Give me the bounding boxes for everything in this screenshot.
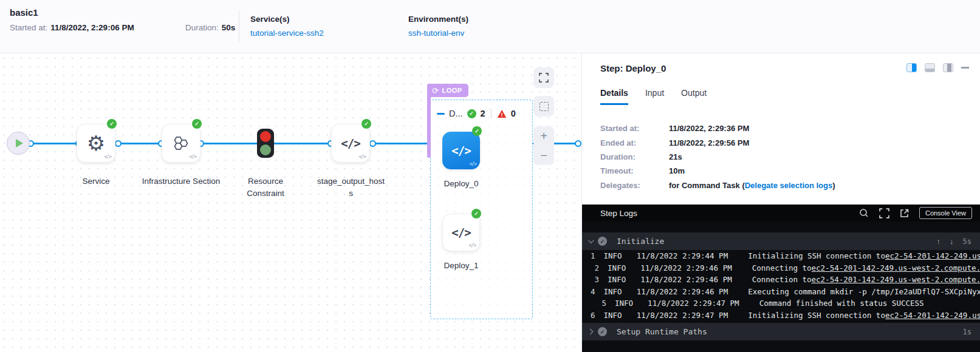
detail-value-prefix: for Command Task ( <box>669 181 745 190</box>
success-badge-icon: ✓ <box>192 119 202 129</box>
zoom-in-button[interactable]: + <box>540 130 547 142</box>
code-subicon: </> <box>469 243 476 248</box>
line-number: 2 <box>591 263 599 272</box>
step-logs-header: Step Logs Console View <box>582 205 980 222</box>
fit-to-screen-button[interactable] <box>533 67 554 88</box>
started-at: Started at: 11/8/2022, 2:29:06 PM <box>10 23 134 32</box>
loop-badge-label: LOOP <box>442 87 462 94</box>
code-icon: </> <box>451 144 470 157</box>
section-success-icon: ✓ <box>598 327 607 336</box>
count-divider <box>491 109 492 118</box>
play-icon <box>16 139 23 147</box>
node-service[interactable]: ⚙ ✓ </> <box>77 124 115 163</box>
detail-value-suffix: ) <box>832 181 835 190</box>
hexagons-icon <box>173 135 190 152</box>
console-view-button[interactable]: Console View <box>919 207 972 219</box>
node-infrastructure[interactable]: ✓ </> <box>162 124 200 163</box>
detail-value: 11/8/2022, 2:29:36 PM <box>669 124 749 133</box>
services-label: Service(s) <box>250 15 324 24</box>
line-number: 5 <box>591 299 606 308</box>
log-host-link[interactable]: ec2-54-201-142-249.us-west-2.compute. <box>812 263 980 272</box>
node-stage-output-hosts[interactable]: </> ✓ </> <box>331 124 370 163</box>
log-message: Executing command mkdir -p /tmp/Ie2aUDfl… <box>748 287 980 296</box>
duration-value: 50s <box>222 23 236 32</box>
detail-row-duration: Duration: 21s <box>600 150 835 164</box>
zoom-out-button[interactable]: − <box>540 149 547 161</box>
node-label-resource-constraint: Resource Constraint <box>229 175 302 199</box>
tab-output[interactable]: Output <box>681 88 707 105</box>
node-resource-constraint[interactable] <box>257 129 274 158</box>
zoom-controls: + − <box>533 126 554 165</box>
log-level: INFO <box>608 263 626 272</box>
svg-text:!: ! <box>501 112 502 118</box>
code-icon: </> <box>451 226 470 239</box>
success-count-icon: ✓ <box>467 109 476 118</box>
chevron-right-icon[interactable] <box>588 329 594 335</box>
collapse-minus-icon[interactable] <box>437 113 445 115</box>
connector-port <box>369 140 376 147</box>
step-details-list: Started at: 11/8/2022, 2:29:36 PM Ended … <box>600 121 835 192</box>
log-section-setup-runtime-paths[interactable]: ✓ Setup Runtime Paths 1s <box>582 323 980 340</box>
minimize-panel-icon[interactable] <box>961 67 969 69</box>
delegate-selection-logs-link[interactable]: Delegate selection logs <box>745 181 833 190</box>
log-message: Initializing SSH connection to <box>748 311 885 320</box>
success-count: 2 <box>481 109 485 118</box>
section-name: Initialize <box>617 237 664 246</box>
node-deploy-0[interactable]: </> ✓ </> <box>442 132 480 169</box>
step-details-panel: Step: Deploy_0 Details Input Output Star… <box>581 54 980 352</box>
detail-value: 21s <box>669 152 682 161</box>
open-in-new-icon[interactable] <box>900 209 909 218</box>
loop-container[interactable]: D... ✓ 2 ! 0 </> ✓ </> Deploy_0 </> ✓ <box>430 100 533 319</box>
log-line: 2 INFO 11/8/2022 2:29:46 PM Connecting t… <box>582 262 980 274</box>
fullscreen-logs-icon[interactable] <box>879 208 889 218</box>
started-at-label: Started at: <box>10 23 47 32</box>
environment-link[interactable]: ssh-tutorial-env <box>408 29 468 38</box>
service-link[interactable]: tutorial-service-ssh2 <box>250 29 324 38</box>
fail-count: 0 <box>511 109 516 118</box>
step-logs-panel: Step Logs Console View <box>582 205 980 352</box>
success-badge-icon: ✓ <box>471 209 481 218</box>
detail-row-timeout: Timeout: 10m <box>600 164 835 178</box>
tab-input[interactable]: Input <box>645 88 664 105</box>
search-icon[interactable] <box>859 208 869 218</box>
log-line: 6 INFO 11/8/2022 2:29:47 PM Initializing… <box>582 310 980 322</box>
line-number: 1 <box>591 251 595 260</box>
fullscreen-icon <box>539 73 549 83</box>
code-subicon: </> <box>470 161 476 167</box>
node-deploy-1[interactable]: </> ✓ </> <box>442 214 480 251</box>
tab-details[interactable]: Details <box>600 88 628 105</box>
layout-bottom-icon[interactable] <box>925 63 935 72</box>
layout-right-icon[interactable] <box>943 63 953 72</box>
chevron-down-icon[interactable] <box>588 237 594 243</box>
step-logs-actions: Console View <box>859 207 972 219</box>
log-time: 11/8/2022 2:29:46 PM <box>640 275 732 284</box>
log-section-initialize[interactable]: ✓ Initialize ↑ ↓ 5s <box>582 232 980 250</box>
log-host-link[interactable]: ec2-54-201-142-249.us <box>885 251 980 260</box>
log-host-link[interactable]: ec2-54-201-142-249.us-west-2.compute. <box>812 275 980 284</box>
layout-split-right-icon[interactable] <box>906 63 917 72</box>
services-block: Service(s) tutorial-service-ssh2 <box>250 15 324 38</box>
started-at-value: 11/8/2022, 2:29:06 PM <box>50 23 134 32</box>
edge-line <box>30 143 79 144</box>
edge-line <box>118 143 162 144</box>
gear-icon: ⚙ <box>87 133 105 154</box>
section-duration: 5s <box>963 237 971 246</box>
log-level: INFO <box>615 299 633 308</box>
pipeline-start-node[interactable] <box>7 132 30 155</box>
scroll-bottom-icon[interactable]: ↓ <box>950 237 954 246</box>
pipeline-canvas[interactable]: ⚙ ✓ </> Service ✓ </> Infrastructure Sec… <box>0 54 581 352</box>
scroll-top-icon[interactable]: ↑ <box>937 237 941 246</box>
line-number: 3 <box>591 275 599 284</box>
code-subicon: </> <box>105 154 111 160</box>
selection-mode-button[interactable] <box>533 96 554 117</box>
step-tabs: Details Input Output <box>600 88 707 105</box>
log-host-link[interactable]: ec2-54-201-142-249.us <box>885 311 980 320</box>
loop-group-header: D... ✓ 2 ! 0 <box>437 109 516 118</box>
loop-icon: ⟳ <box>432 86 439 95</box>
success-badge-icon: ✓ <box>362 119 371 129</box>
duration: Duration: 50s <box>185 23 235 32</box>
edge-line <box>273 143 331 144</box>
connector-port <box>115 140 122 147</box>
detail-row-ended-at: Ended at: 11/8/2022, 2:29:56 PM <box>600 135 835 149</box>
environments-label: Environment(s) <box>408 15 468 24</box>
